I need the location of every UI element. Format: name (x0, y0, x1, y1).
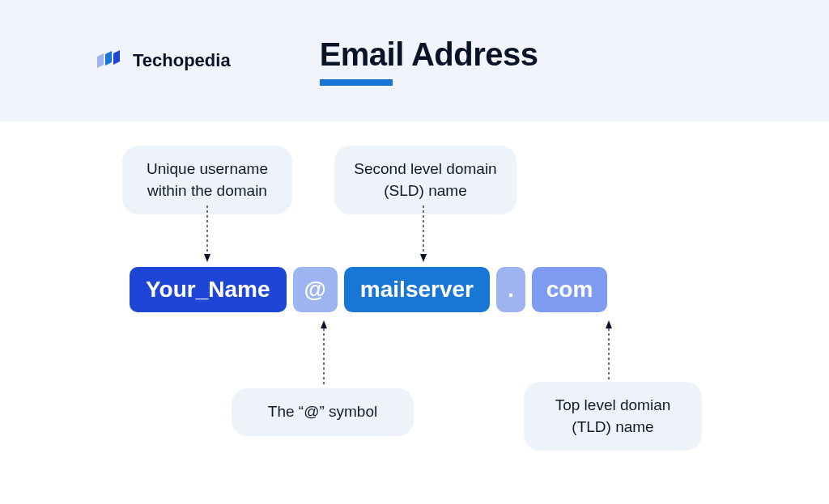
page-title: Email Address (320, 36, 538, 73)
label-at-symbol: The “@” symbol (232, 388, 414, 436)
email-address-row: Your_Name @ mailserver . com (130, 267, 607, 312)
diagram-canvas: Unique username within the domain Second… (0, 121, 829, 504)
arrow-at-up (320, 320, 328, 387)
label-username: Unique username within the domain (122, 146, 292, 214)
header: Techopedia Email Address (0, 0, 829, 121)
brand-logo: Techopedia (97, 50, 231, 71)
logo-icon (97, 50, 125, 71)
email-part-mailserver: mailserver (344, 267, 490, 312)
email-part-username: Your_Name (130, 267, 287, 312)
brand-name: Techopedia (133, 50, 231, 71)
email-part-tld: com (532, 267, 608, 312)
title-block: Email Address (320, 36, 538, 86)
title-underline (320, 79, 393, 86)
svg-marker-6 (606, 320, 612, 328)
svg-marker-4 (321, 320, 327, 328)
arrow-username-down (203, 205, 211, 264)
label-tld: Top level domian (TLD) name (524, 382, 702, 451)
arrow-sld-down (419, 205, 427, 264)
svg-marker-1 (204, 254, 210, 262)
email-part-dot: . (496, 267, 525, 312)
label-sld: Second level domain (SLD) name (334, 146, 517, 214)
arrow-tld-up (605, 320, 613, 380)
svg-marker-3 (420, 254, 427, 262)
email-part-at-symbol: @ (293, 267, 338, 312)
